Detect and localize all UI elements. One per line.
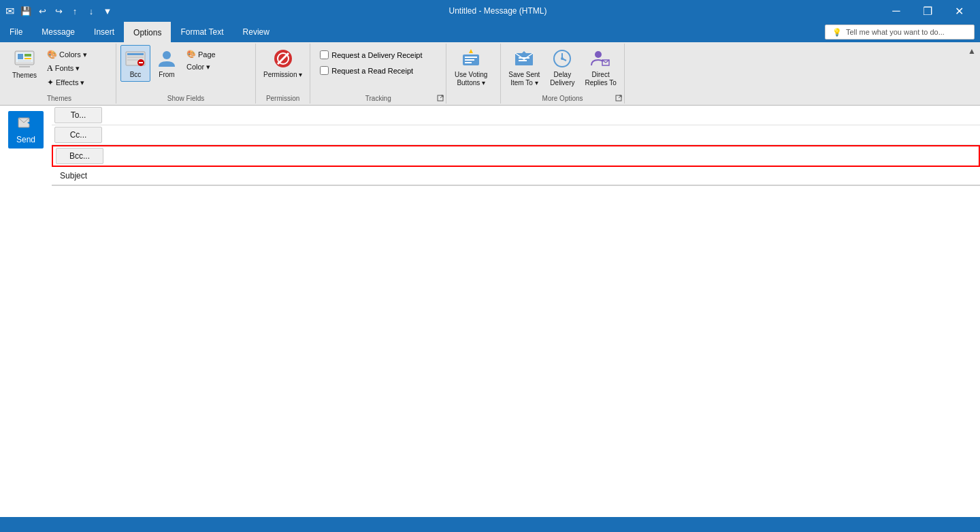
window-controls: ─ ❐ ✕	[881, 0, 975, 22]
title-bar: ✉ 💾 ↩ ↪ ↑ ↓ ▼ Untitled - Message (HTML) …	[0, 0, 980, 22]
down-qat-button[interactable]: ↓	[84, 3, 99, 18]
permission-group-content: Permission ▾	[260, 44, 306, 91]
show-fields-group-label: Show Fields	[116, 93, 255, 102]
page-color-label: Page	[198, 50, 216, 59]
delivery-receipt-checkbox-label[interactable]: Request a Delivery Receipt	[317, 49, 425, 61]
app-icon: ✉	[5, 5, 14, 18]
save-qat-button[interactable]: 💾	[18, 3, 33, 18]
bcc-field-row: Bcc...	[52, 145, 980, 167]
svg-rect-26	[519, 57, 529, 59]
ribbon-group-voting: Use VotingButtons ▾	[446, 44, 501, 104]
themes-group-label: Themes	[3, 93, 116, 102]
from-icon	[156, 48, 178, 69]
svg-rect-6	[19, 66, 30, 67]
direct-replies-icon	[590, 48, 612, 69]
send-button[interactable]: Send	[8, 111, 44, 148]
permission-button[interactable]: Permission ▾	[260, 45, 306, 82]
cc-button[interactable]: Cc...	[54, 127, 102, 143]
themes-label: Themes	[12, 72, 37, 80]
window-title: Untitled - Message (HTML)	[115, 6, 881, 16]
ribbon-group-themes: Themes 🎨 Colors ▾ A Fonts ▾ ✦ Effects ▾	[3, 44, 116, 104]
voting-label: Use VotingButtons ▾	[455, 71, 487, 87]
delivery-receipt-checkbox[interactable]	[320, 50, 329, 59]
quick-access-toolbar: 💾 ↩ ↪ ↑ ↓ ▼	[18, 3, 115, 18]
themes-button[interactable]: Themes	[7, 45, 42, 82]
tab-file[interactable]: File	[0, 22, 32, 42]
redo-qat-button[interactable]: ↪	[51, 3, 66, 18]
save-sent-icon	[513, 48, 535, 69]
colors-icon: 🎨	[47, 50, 57, 59]
save-sent-item-button[interactable]: Save SentItem To ▾	[505, 45, 543, 90]
delay-delivery-icon	[551, 48, 573, 69]
svg-rect-2	[18, 54, 23, 59]
tracking-launcher-icon[interactable]	[436, 94, 444, 102]
tab-review[interactable]: Review	[233, 22, 279, 42]
effects-label: Effects ▾	[56, 78, 84, 87]
tab-insert[interactable]: Insert	[84, 22, 124, 42]
from-button[interactable]: From	[152, 45, 182, 82]
composer-right: To... Cc... Bcc... Subject	[52, 106, 980, 532]
svg-rect-21	[465, 59, 474, 61]
svg-rect-9	[127, 57, 144, 58]
status-bar	[0, 517, 980, 532]
bcc-field-button[interactable]: Bcc...	[56, 148, 103, 164]
effects-button[interactable]: ✦ Effects ▾	[44, 76, 112, 89]
from-label: From	[159, 71, 174, 79]
ribbon-group-permission: Permission ▾ Permission	[256, 44, 310, 104]
lightbulb-icon: 💡	[832, 28, 842, 37]
effects-icon: ✦	[47, 78, 54, 87]
svg-rect-22	[465, 62, 472, 63]
more-options-launcher-icon[interactable]	[615, 94, 623, 102]
cc-input[interactable]	[105, 127, 980, 142]
to-input[interactable]	[105, 108, 980, 123]
svg-marker-23	[469, 49, 473, 53]
restore-button[interactable]: ❐	[912, 0, 943, 22]
voting-group-content: Use VotingButtons ▾	[451, 44, 491, 91]
direct-replies-label: DirectReplies To	[585, 71, 617, 87]
page-color-button[interactable]: 🎨 Page	[183, 48, 251, 61]
main-area: Send To... Cc... Bcc...	[0, 106, 980, 532]
delay-delivery-button[interactable]: DelayDelivery	[544, 45, 580, 90]
themes-group-content: Themes 🎨 Colors ▾ A Fonts ▾ ✦ Effects ▾	[7, 44, 112, 91]
ribbon-collapse-button[interactable]: ▲	[966, 45, 977, 57]
save-sent-label: Save SentItem To ▾	[508, 71, 540, 87]
colors-label: Colors ▾	[59, 50, 87, 59]
tell-me-text: Tell me what you want to do...	[846, 28, 945, 36]
to-field-row: To...	[52, 106, 980, 125]
show-fields-group-content: Bcc From 🎨 Page	[120, 44, 251, 91]
bcc-icon	[125, 48, 146, 69]
composer-body[interactable]	[52, 185, 980, 532]
page-color-dropdown[interactable]: Color ▾	[183, 61, 251, 74]
tab-options[interactable]: Options	[124, 22, 171, 42]
bcc-input[interactable]	[106, 148, 979, 163]
fonts-button[interactable]: A Fonts ▾	[44, 61, 112, 76]
undo-qat-button[interactable]: ↩	[35, 3, 50, 18]
composer-fields: To... Cc... Bcc... Subject	[52, 106, 980, 185]
bcc-button[interactable]: Bcc	[120, 45, 150, 82]
tab-format-text[interactable]: Format Text	[171, 22, 233, 42]
direct-replies-button[interactable]: DirectReplies To	[581, 45, 620, 90]
to-button[interactable]: To...	[54, 107, 102, 123]
fonts-icon: A	[47, 63, 53, 74]
delivery-receipt-label: Request a Delivery Receipt	[331, 51, 422, 59]
read-receipt-checkbox-label[interactable]: Request a Read Receipt	[317, 65, 416, 76]
subject-label: Subject	[54, 168, 102, 183]
send-label: Send	[16, 135, 35, 144]
read-receipt-checkbox[interactable]	[320, 66, 329, 75]
subject-input[interactable]	[105, 168, 980, 183]
svg-point-13	[163, 51, 171, 59]
svg-rect-27	[519, 60, 527, 61]
use-voting-button[interactable]: Use VotingButtons ▾	[451, 45, 491, 90]
tell-me-bar[interactable]: 💡 Tell me what you want to do...	[825, 25, 975, 40]
close-button[interactable]: ✕	[943, 0, 975, 22]
more-options-group-content: Save SentItem To ▾ DelayDelivery	[505, 44, 620, 91]
send-icon	[18, 115, 34, 134]
customize-qat-button[interactable]: ▼	[100, 3, 115, 18]
svg-rect-3	[24, 54, 31, 57]
colors-button[interactable]: 🎨 Colors ▾	[44, 48, 112, 61]
tracking-group-label: Tracking	[310, 93, 446, 102]
tab-message[interactable]: Message	[32, 22, 84, 42]
minimize-button[interactable]: ─	[881, 0, 912, 22]
up-qat-button[interactable]: ↑	[67, 3, 82, 18]
svg-rect-10	[127, 59, 138, 61]
